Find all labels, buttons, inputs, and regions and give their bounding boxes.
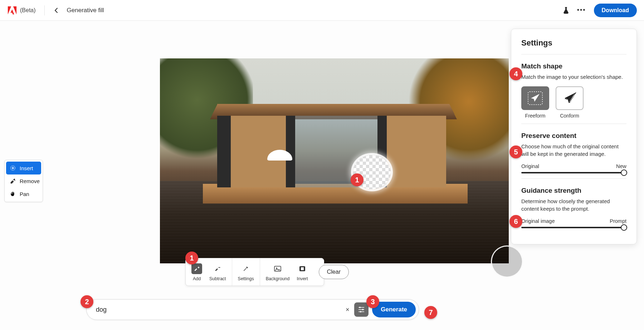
brush-background-button[interactable]: Background <box>262 262 293 283</box>
plane-freeform-icon <box>527 91 543 105</box>
guidance-slider[interactable] <box>521 227 626 228</box>
svg-point-9 <box>360 311 361 312</box>
annotation-badge: 2 <box>80 295 93 308</box>
shape-option-conform[interactable]: Conform <box>556 86 584 119</box>
brush-cursor-icon <box>491 245 523 278</box>
back-button[interactable] <box>53 6 60 14</box>
brush-label: Add <box>193 276 201 281</box>
adobe-logo-icon <box>7 5 17 15</box>
match-shape-desc: Match the image to your selection's shap… <box>521 73 626 81</box>
slider-thumb[interactable] <box>621 224 627 231</box>
slider-label-left: Original <box>521 163 539 169</box>
download-button[interactable]: Download <box>594 4 637 17</box>
tool-remove[interactable]: Remove <box>6 174 41 187</box>
app-header: (Beta) Generative fill ••• Download <box>0 0 644 21</box>
guidance-heading: Guidance strength <box>521 187 626 195</box>
chevron-left-icon <box>54 8 59 13</box>
divider <box>521 178 626 179</box>
background-icon <box>274 266 281 272</box>
svg-point-7 <box>359 307 361 308</box>
brush-add-icon <box>194 266 200 272</box>
brush-subtract-button[interactable]: Subtract <box>206 262 230 283</box>
canvas[interactable] <box>160 58 509 263</box>
insert-icon <box>10 165 16 171</box>
tool-label: Insert <box>20 165 33 171</box>
brush-clear-button[interactable]: Clear <box>319 265 349 279</box>
annotation-badge: 7 <box>424 306 437 319</box>
match-shape-options: Freeform Conform <box>521 86 626 119</box>
prompt-input[interactable] <box>96 306 343 314</box>
annotation-badge: 3 <box>366 295 379 308</box>
divider <box>521 124 626 124</box>
brush-add-button[interactable]: Add <box>188 262 206 283</box>
guidance-desc: Determine how closely the generated cont… <box>521 197 626 212</box>
brush-label: Settings <box>238 276 254 281</box>
settings-title: Settings <box>521 38 626 48</box>
svg-point-1 <box>14 179 15 180</box>
header-divider <box>44 5 45 15</box>
beta-label: (Beta) <box>20 7 36 14</box>
invert-icon <box>299 266 306 272</box>
shape-option-freeform[interactable]: Freeform <box>521 86 549 119</box>
brush-subtract-icon <box>214 266 221 272</box>
brush-settings-icon <box>243 266 249 272</box>
preserve-heading: Preserve content <box>521 132 626 140</box>
divider <box>521 54 626 54</box>
sliders-icon <box>358 306 365 313</box>
more-menu-icon[interactable]: ••• <box>577 6 586 14</box>
brush-label: Invert <box>297 276 308 281</box>
shape-label: Freeform <box>525 113 546 119</box>
svg-rect-6 <box>301 267 304 270</box>
prompt-settings-button[interactable] <box>354 302 369 317</box>
annotation-badge: 5 <box>509 145 522 158</box>
brush-invert-button[interactable]: Invert <box>293 262 311 283</box>
svg-point-8 <box>362 309 364 310</box>
brush-settings-button[interactable]: Settings <box>234 262 258 283</box>
shape-label: Conform <box>560 113 579 119</box>
tool-label: Remove <box>20 178 40 184</box>
slider-thumb[interactable] <box>621 169 627 176</box>
slider-label-right: Prompt <box>610 218 626 224</box>
slider-label-left: Original image <box>521 218 555 224</box>
decorative-house <box>217 98 446 187</box>
annotation-badge: 1 <box>185 252 198 264</box>
match-shape-heading: Match shape <box>521 62 626 70</box>
annotation-badge: 6 <box>509 215 522 228</box>
labs-flask-icon[interactable] <box>562 6 570 14</box>
brush-label: Subtract <box>209 276 226 281</box>
svg-point-2 <box>15 180 15 181</box>
settings-panel: Settings Match shape Match the image to … <box>511 29 637 244</box>
canvas-image <box>160 58 509 263</box>
guidance-slider-labels: Original image Prompt <box>521 218 626 224</box>
preserve-desc: Choose how much of the original content … <box>521 143 626 158</box>
brush-toolbar: Add Subtract Settings Background Invert … <box>185 258 324 286</box>
annotation-badge: 1 <box>351 173 364 186</box>
remove-icon <box>10 178 16 184</box>
tool-palette: Insert Remove Pan <box>4 160 43 202</box>
brush-label: Background <box>266 276 290 281</box>
preserve-slider-labels: Original New <box>521 163 626 169</box>
annotation-badge: 4 <box>509 67 522 80</box>
tool-insert[interactable]: Insert <box>6 162 41 174</box>
preserve-slider[interactable] <box>521 172 626 173</box>
page-title: Generative fill <box>67 7 104 14</box>
tool-label: Pan <box>20 191 29 197</box>
slider-label-right: New <box>616 163 626 169</box>
tool-pan[interactable]: Pan <box>6 187 41 200</box>
clear-input-icon[interactable]: × <box>343 306 352 314</box>
plane-conform-icon <box>562 91 577 105</box>
pan-hand-icon <box>10 191 16 197</box>
